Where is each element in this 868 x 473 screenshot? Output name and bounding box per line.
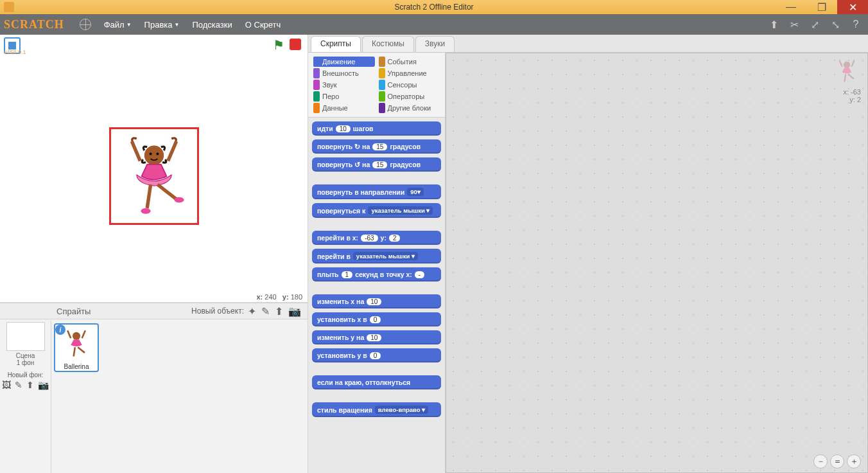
tab-scripts[interactable]: Скрипты xyxy=(311,36,361,52)
svg-line-5 xyxy=(147,184,150,208)
motion-block[interactable]: повернуться куказатель мышки ▾ xyxy=(312,203,441,218)
svg-line-15 xyxy=(851,60,854,66)
svg-point-7 xyxy=(141,208,150,214)
svg-line-1 xyxy=(168,141,176,161)
upload-backdrop-icon[interactable]: ⬆ xyxy=(26,380,34,390)
svg-point-3 xyxy=(149,153,152,156)
sprite-item-ballerina[interactable]: i Ballerina xyxy=(54,323,99,372)
svg-point-16 xyxy=(844,62,850,68)
motion-block[interactable]: если на краю, оттолкнуться xyxy=(312,375,441,389)
motion-block[interactable]: перейти в x:-63y:2 xyxy=(312,231,441,245)
window-titlebar: Scratch 2 Offline Editor — ❐ ✕ xyxy=(0,0,868,14)
stage-thumbnail[interactable] xyxy=(6,322,45,351)
minimize-button[interactable]: — xyxy=(776,0,806,14)
stage-label: Сцена xyxy=(0,352,51,359)
paint-sprite-icon[interactable]: ✎ xyxy=(261,305,270,317)
svg-line-17 xyxy=(844,74,846,82)
app-icon xyxy=(4,2,14,12)
category-looks[interactable]: Внешность xyxy=(313,68,375,78)
menu-about[interactable]: О Скретч xyxy=(239,14,288,35)
choose-sprite-library-icon[interactable]: ✦ xyxy=(248,305,256,317)
new-backdrop-label: Новый фон: xyxy=(0,371,51,379)
sprite-panel-header: Спрайты Новый объект: ✦ ✎ ⬆ 📷 xyxy=(0,303,308,319)
stamp-icon[interactable]: ⬆ xyxy=(768,19,779,31)
shrink-icon[interactable]: ⤡ xyxy=(829,19,841,31)
camera-sprite-icon[interactable]: 📷 xyxy=(288,305,301,317)
motion-block[interactable]: стиль вращениявлево-вправо ▾ xyxy=(312,402,441,417)
svg-line-6 xyxy=(157,184,176,199)
category-motion[interactable]: Движение xyxy=(313,57,375,67)
svg-line-10 xyxy=(82,330,85,338)
motion-block[interactable]: установить x в0 xyxy=(312,312,441,326)
category-more[interactable]: Другие блоки xyxy=(379,103,440,113)
category-sensing[interactable]: Сенсоры xyxy=(379,80,440,90)
menu-edit[interactable]: Правка▼ xyxy=(138,14,186,35)
menu-bar: SCRATCH Файл▼ Правка▼ Подсказки О Скретч… xyxy=(0,14,868,35)
motion-block[interactable]: повернуть в направлении90▾ xyxy=(312,184,441,199)
green-flag-icon[interactable]: ⚑ xyxy=(273,37,284,53)
motion-block[interactable]: изменить y на10 xyxy=(312,330,441,344)
maximize-button[interactable]: ❐ xyxy=(806,0,837,14)
new-object-label: Новый объект: xyxy=(191,307,248,316)
zoom-controls: － ＝ ＋ xyxy=(813,454,861,469)
motion-block[interactable]: идти10шагов xyxy=(312,121,441,136)
stage-header: v458.0.1 ⚑ xyxy=(0,35,308,60)
sprite-name: Ballerina xyxy=(55,363,98,370)
choose-backdrop-icon[interactable]: 🖼 xyxy=(2,380,11,390)
sprite-list: i Ballerina xyxy=(51,321,308,473)
zoom-in-button[interactable]: ＋ xyxy=(847,454,861,469)
svg-line-18 xyxy=(848,74,854,78)
version-label: v458.0.1 xyxy=(4,49,26,55)
svg-point-2 xyxy=(144,146,163,165)
svg-line-9 xyxy=(67,330,71,338)
paint-backdrop-icon[interactable]: ✎ xyxy=(15,380,22,390)
scratch-logo[interactable]: SCRATCH xyxy=(4,18,64,31)
motion-block[interactable]: перейти вуказатель мышки ▾ xyxy=(312,249,441,263)
script-area-coords: x: -63 y: 2 xyxy=(843,88,861,103)
tab-sounds[interactable]: Звуки xyxy=(415,36,455,52)
category-control[interactable]: Управление xyxy=(379,68,440,78)
svg-line-13 xyxy=(78,347,85,353)
block-list[interactable]: идти10шаговповернуть ↻ на15градусовповер… xyxy=(308,118,445,473)
upload-sprite-icon[interactable]: ⬆ xyxy=(275,305,283,317)
motion-block[interactable]: установить y в0 xyxy=(312,348,441,362)
motion-block[interactable]: плыть1секунд в точку x:- xyxy=(312,267,441,281)
script-area-sprite-icon xyxy=(833,57,861,85)
tabs: Скрипты Костюмы Звуки xyxy=(308,35,868,53)
motion-block[interactable]: повернуть ↺ на15градусов xyxy=(312,157,441,172)
ballerina-sprite-icon xyxy=(119,133,189,217)
category-pen[interactable]: Перо xyxy=(313,91,375,102)
sprite-info-icon[interactable]: i xyxy=(55,325,65,335)
close-button[interactable]: ✕ xyxy=(837,0,868,14)
svg-line-12 xyxy=(74,347,75,356)
menu-file[interactable]: Файл▼ xyxy=(98,14,138,35)
zoom-reset-button[interactable]: ＝ xyxy=(830,454,844,469)
stop-icon[interactable] xyxy=(290,39,301,50)
category-sound[interactable]: Звук xyxy=(313,80,375,90)
script-area[interactable]: x: -63 y: 2 － ＝ ＋ xyxy=(446,53,868,473)
window-buttons: — ❐ ✕ xyxy=(776,0,868,14)
block-palette: ДвижениеСобытияВнешностьУправлениеЗвукСе… xyxy=(308,53,446,473)
camera-backdrop-icon[interactable]: 📷 xyxy=(38,380,49,390)
tab-costumes[interactable]: Костюмы xyxy=(362,36,414,52)
language-icon[interactable] xyxy=(80,19,91,30)
motion-block[interactable]: изменить x на10 xyxy=(312,294,441,308)
svg-point-8 xyxy=(174,197,184,203)
help-icon[interactable]: ? xyxy=(850,19,862,31)
svg-line-0 xyxy=(132,141,140,161)
grow-icon[interactable]: ⤢ xyxy=(809,19,820,31)
sprite-on-stage[interactable] xyxy=(109,127,199,225)
category-data[interactable]: Данные xyxy=(313,103,375,113)
scissors-icon[interactable]: ✂ xyxy=(788,19,800,31)
svg-point-4 xyxy=(156,153,159,156)
window-title: Scratch 2 Offline Editor xyxy=(394,3,473,12)
zoom-out-button[interactable]: － xyxy=(813,454,828,469)
svg-line-14 xyxy=(839,60,842,66)
category-events[interactable]: События xyxy=(379,57,440,67)
motion-block[interactable]: повернуть ↻ на15градусов xyxy=(312,139,441,154)
menu-tips[interactable]: Подсказки xyxy=(186,14,238,35)
stage[interactable] xyxy=(0,60,308,292)
stage-thumb-column: Сцена 1 фон Новый фон: 🖼 ✎ ⬆ 📷 xyxy=(0,321,51,473)
toolbar-icons: ⬆ ✂ ⤢ ⤡ ? xyxy=(768,19,862,31)
category-operators[interactable]: Операторы xyxy=(379,91,440,102)
